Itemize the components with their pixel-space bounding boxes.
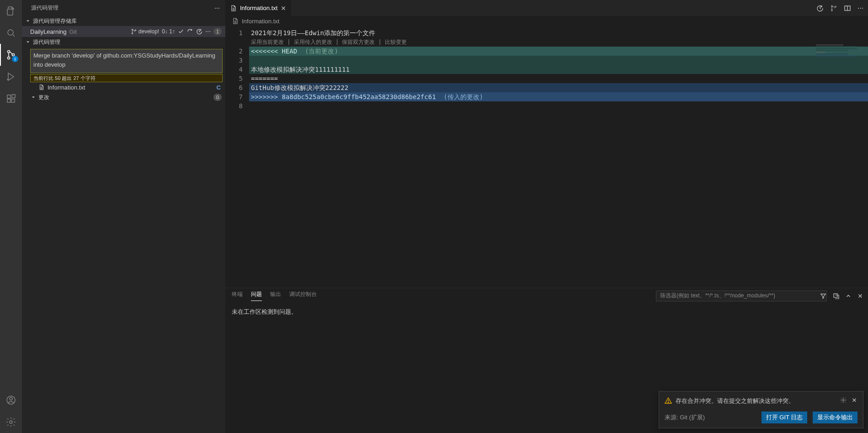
compare-icon[interactable] bbox=[830, 5, 837, 12]
svg-point-1 bbox=[8, 30, 13, 35]
line-numbers: 1 2 3 4 5 6 7 8 bbox=[225, 26, 249, 288]
svg-point-3 bbox=[8, 57, 10, 59]
conflict-current-marker: <<<<<<< HEAD (当前更改) bbox=[249, 47, 868, 56]
show-command-output-button[interactable]: 显示命令输出 bbox=[813, 412, 857, 423]
commit-message-textarea[interactable]: Merge branch 'develop' of github.com:YSG… bbox=[31, 49, 222, 71]
source-control-sidebar: 源代码管理 ⋯ 源代码管理存储库 DailyLearning Git devel… bbox=[22, 0, 225, 433]
repo-row[interactable]: DailyLearning Git develop! 0↓ 1↑ ⋯ 1 bbox=[22, 26, 225, 37]
refresh-icon[interactable] bbox=[187, 28, 193, 35]
problems-empty-message: 未在工作区检测到问题。 bbox=[225, 303, 868, 316]
breadcrumb-file: Information.txt bbox=[242, 18, 279, 25]
svg-rect-20 bbox=[834, 294, 837, 297]
problems-filter-input[interactable]: 筛选器(例如 text、**/*.ts、!**/node_modules/**) bbox=[656, 290, 827, 301]
svg-point-14 bbox=[132, 33, 133, 34]
chevron-down-icon bbox=[25, 39, 31, 45]
file-icon bbox=[230, 5, 237, 12]
repo-more-icon[interactable]: ⋯ bbox=[205, 28, 211, 35]
merge-status-badge: C bbox=[217, 84, 221, 91]
toast-gear-icon[interactable] bbox=[840, 397, 847, 403]
repo-vcs: Git bbox=[69, 28, 77, 35]
svg-rect-6 bbox=[7, 95, 11, 98]
breadcrumb[interactable]: Information.txt bbox=[225, 16, 868, 26]
svg-point-18 bbox=[835, 6, 836, 7]
close-icon[interactable] bbox=[280, 5, 287, 11]
branch-indicator[interactable]: develop! bbox=[131, 28, 159, 35]
svg-point-22 bbox=[842, 399, 844, 401]
warning-icon bbox=[665, 397, 672, 404]
merge-codelens[interactable]: 采用当前更改 | 采用传入的更改 | 保留双方更改 | 比较变更 bbox=[249, 37, 868, 47]
sync-indicator[interactable]: 0↓ 1↑ bbox=[162, 28, 175, 35]
sidebar-more-icon[interactable]: ⋯ bbox=[214, 5, 220, 11]
tab-label: Information.txt bbox=[240, 5, 277, 11]
source-control-icon[interactable]: 1 bbox=[0, 44, 22, 66]
code-line bbox=[249, 101, 868, 111]
svg-point-5 bbox=[7, 79, 8, 80]
activity-bar: 1 bbox=[0, 0, 22, 433]
chevron-down-icon bbox=[25, 18, 31, 24]
split-editor-icon[interactable] bbox=[844, 5, 851, 12]
chevron-down-icon bbox=[30, 94, 37, 100]
toast-close-icon[interactable] bbox=[851, 397, 857, 403]
merge-file-name: Information.txt bbox=[48, 84, 85, 91]
filter-icon[interactable] bbox=[820, 293, 826, 299]
panel-tab-problems[interactable]: 问题 bbox=[251, 290, 262, 301]
file-icon bbox=[232, 17, 239, 25]
file-icon bbox=[38, 84, 45, 90]
panel-tab-output[interactable]: 输出 bbox=[270, 290, 281, 301]
notification-toast: 存在合并冲突。请在提交之前解决这些冲突。 来源: Git (扩展) 打开 GIT… bbox=[659, 391, 863, 428]
section-changes[interactable]: 更改 0 bbox=[22, 92, 225, 102]
code-line: 本地修改模拟解决冲突111111111 bbox=[249, 65, 868, 74]
open-git-log-button[interactable]: 打开 GIT 日志 bbox=[761, 412, 808, 423]
scm-badge: 1 bbox=[12, 56, 18, 62]
svg-point-21 bbox=[668, 402, 668, 402]
editor-tabbar: Information.txt ⋯ bbox=[225, 0, 868, 16]
svg-point-16 bbox=[831, 5, 833, 7]
code-line bbox=[249, 56, 868, 65]
conflict-separator: ======= bbox=[249, 74, 868, 83]
svg-rect-7 bbox=[7, 99, 11, 102]
panel-maximize-icon[interactable] bbox=[845, 293, 852, 299]
minimap[interactable] bbox=[816, 44, 862, 72]
section-repositories[interactable]: 源代码管理存储库 bbox=[22, 16, 225, 26]
editor-more-icon[interactable]: ⋯ bbox=[857, 5, 863, 11]
commit-check-icon[interactable] bbox=[178, 28, 184, 35]
repo-actions: develop! 0↓ 1↑ ⋯ 1 bbox=[131, 28, 222, 35]
code-content[interactable]: 2021年2月19日——Edwin添加的第一个文件 采用当前更改 | 采用传入的… bbox=[249, 26, 868, 288]
text-editor[interactable]: 1 2 3 4 5 6 7 8 2021年2月19日——Edwin添加的第一个文… bbox=[225, 26, 868, 288]
commit-length-warning: 当前行比 50 超出 27 个字符 bbox=[30, 74, 223, 82]
svg-point-2 bbox=[8, 51, 10, 53]
svg-point-17 bbox=[831, 10, 833, 11]
run-debug-icon[interactable] bbox=[0, 66, 22, 88]
panel-tab-terminal[interactable]: 终端 bbox=[232, 290, 243, 301]
pending-changes-badge: 1 bbox=[213, 28, 222, 35]
svg-rect-0 bbox=[7, 9, 13, 15]
editor-actions: ⋯ bbox=[812, 0, 868, 16]
svg-rect-8 bbox=[11, 99, 15, 102]
explorer-icon[interactable] bbox=[0, 0, 22, 22]
panel-close-icon[interactable] bbox=[857, 293, 863, 299]
svg-point-11 bbox=[10, 397, 12, 400]
code-line: 2021年2月19日——Edwin添加的第一个文件 bbox=[249, 28, 868, 37]
sidebar-title: 源代码管理 bbox=[31, 4, 59, 12]
toast-source: 来源: Git (扩展) bbox=[665, 413, 705, 422]
timeline-icon[interactable] bbox=[816, 5, 824, 12]
merge-change-file[interactable]: Information.txt C bbox=[22, 82, 225, 92]
section-scm[interactable]: 源代码管理 bbox=[22, 37, 225, 47]
tab-information-txt[interactable]: Information.txt bbox=[225, 0, 292, 16]
sidebar-header: 源代码管理 ⋯ bbox=[22, 0, 225, 16]
accounts-icon[interactable] bbox=[0, 389, 22, 411]
svg-rect-9 bbox=[12, 95, 15, 98]
editor-area: Information.txt ⋯ Information.txt 1 2 3 … bbox=[225, 0, 868, 433]
panel-tab-debug[interactable]: 调试控制台 bbox=[289, 290, 317, 301]
search-icon[interactable] bbox=[0, 22, 22, 44]
collapse-all-icon[interactable] bbox=[832, 292, 840, 300]
commit-message-input[interactable]: Merge branch 'develop' of github.com:YSG… bbox=[30, 49, 223, 73]
svg-point-13 bbox=[132, 29, 133, 30]
changes-count-badge: 0 bbox=[213, 94, 222, 101]
repo-name: DailyLearning bbox=[30, 28, 67, 35]
toast-message: 存在合并冲突。请在提交之前解决这些冲突。 bbox=[676, 397, 794, 405]
conflict-incoming-marker: >>>>>>> 8a8dbc525a0cbe6c9ffb452aa58230d8… bbox=[249, 92, 868, 101]
history-icon[interactable] bbox=[196, 28, 202, 35]
extensions-icon[interactable] bbox=[0, 88, 22, 110]
settings-gear-icon[interactable] bbox=[0, 411, 22, 433]
